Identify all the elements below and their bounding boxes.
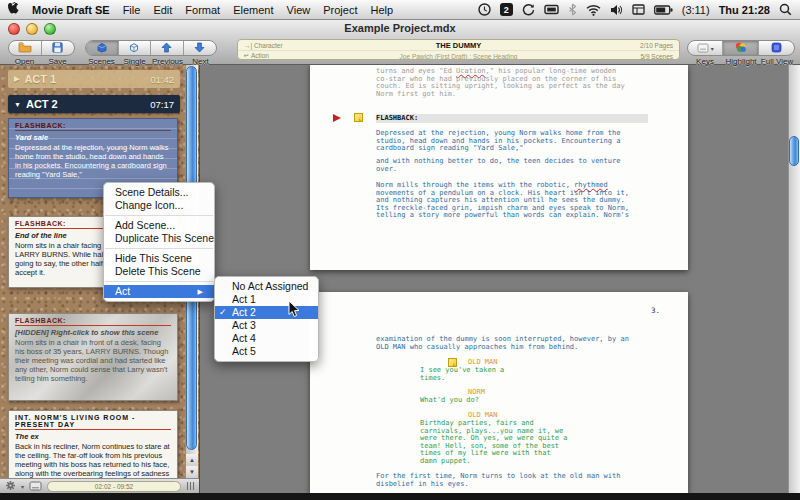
- displays-icon[interactable]: [544, 4, 559, 16]
- battery-time: (3:11): [682, 4, 710, 16]
- open-button[interactable]: [9, 41, 42, 55]
- main-scrollbar-thumb[interactable]: [789, 136, 799, 166]
- menu-edit[interactable]: Edit: [153, 4, 172, 16]
- down-arrow-icon: [194, 40, 205, 56]
- menu-separator: [105, 248, 213, 249]
- act-2-header[interactable]: ▼ ACT 2 07:17: [8, 95, 180, 113]
- highlight-label: Highlight: [721, 57, 761, 66]
- act-1-disclosure-icon[interactable]: ▶: [14, 75, 19, 83]
- menubar-clock[interactable]: Thu 21:28: [719, 4, 770, 16]
- tab-key-hint: →| Character: [244, 42, 436, 49]
- desktop-edge: [0, 493, 800, 500]
- action-paragraph: examination of the dummy is soon interru…: [376, 336, 629, 351]
- submenu-no-act[interactable]: No Act Assigned: [215, 280, 318, 293]
- menu-element[interactable]: Element: [233, 4, 273, 16]
- dialogue: Birthday parties, fairs and carnivals, p…: [420, 420, 568, 465]
- wifi-icon[interactable]: [586, 4, 601, 16]
- previous-scene-button[interactable]: [151, 41, 184, 55]
- main-scrollbar-track[interactable]: [788, 64, 800, 493]
- submenu-arrow-icon: ▶: [198, 285, 203, 298]
- fullview-button[interactable]: [759, 41, 794, 55]
- menu-help[interactable]: Help: [370, 4, 393, 16]
- act-2-disclosure-icon[interactable]: ▼: [14, 101, 21, 108]
- menu-delete-scene[interactable]: Delete This Scene: [104, 265, 214, 278]
- sync-icon[interactable]: [522, 3, 535, 16]
- scene-card-title: Yard sale: [15, 133, 171, 142]
- scenes-count: 5/9 Scenes: [517, 53, 673, 60]
- save-button[interactable]: [42, 41, 75, 55]
- script-title: THE DUMMY: [436, 41, 481, 50]
- checkmark-icon: ✓: [219, 306, 227, 319]
- menu-bar: Movie Draft SE File Edit Format Element …: [0, 0, 800, 20]
- scene-card-hidden[interactable]: FLASHBACK: [HIDDEN] Right-click to show …: [8, 313, 178, 401]
- submenu-act-1[interactable]: Act 1: [215, 293, 318, 306]
- submenu-act-4[interactable]: Act 4: [215, 332, 318, 345]
- scene-card-body: Depressed at the rejection, young Norm w…: [15, 143, 171, 179]
- menu-scene-details[interactable]: Scene Details...: [104, 186, 214, 199]
- pages-count: 2/10 Pages: [481, 42, 673, 49]
- submenu-act-3[interactable]: Act 3: [215, 319, 318, 332]
- action-paragraph: and with nothing better to do, the teen …: [376, 158, 620, 173]
- spotlight-icon[interactable]: [779, 3, 792, 16]
- timeline-range: 02:02 - 09:52: [47, 481, 181, 492]
- script-page-2[interactable]: turns and eyes "Ed Ucation," his popular…: [310, 64, 688, 270]
- scene-card-header: FLASHBACK:: [15, 317, 171, 326]
- bluetooth-icon[interactable]: [568, 3, 577, 16]
- submenu-act-2[interactable]: ✓ Act 2: [215, 306, 318, 319]
- scenes-view-button[interactable]: [86, 41, 119, 55]
- menu-act[interactable]: Act ▶: [104, 285, 214, 298]
- menu-hide-scene[interactable]: Hide This Scene: [104, 252, 214, 265]
- volume-icon[interactable]: [610, 4, 623, 16]
- submenu-act-5[interactable]: Act 5: [215, 345, 318, 358]
- battery-icon[interactable]: [654, 5, 673, 15]
- menu-format[interactable]: Format: [185, 4, 220, 16]
- act-1-name: ACT 1: [24, 73, 56, 85]
- highlight-icon: [734, 40, 747, 56]
- fullview-label: Full View: [757, 57, 797, 66]
- menu-view[interactable]: View: [287, 4, 311, 16]
- resize-lines-icon[interactable]: [186, 477, 195, 493]
- sticky-note-icon[interactable]: [354, 113, 363, 122]
- menu-separator: [105, 281, 213, 282]
- keys-button[interactable]: ▾: [688, 41, 723, 55]
- menu-duplicate-scene[interactable]: Duplicate This Scene: [104, 232, 214, 245]
- single-view-button[interactable]: [119, 41, 152, 55]
- window-manager-icon[interactable]: [632, 4, 645, 15]
- next-scene-button[interactable]: [184, 41, 216, 55]
- scene-card-header: INT. NORM'S LIVING ROOM - PRESENT DAY: [15, 414, 171, 430]
- scene-heading: FLASHBACK:: [376, 114, 648, 123]
- up-arrow-icon: [161, 40, 172, 56]
- open-label: Open: [8, 57, 41, 66]
- scene-marker-flag-icon[interactable]: [333, 114, 341, 122]
- fullview-icon: [771, 40, 782, 56]
- apple-menu-icon[interactable]: [8, 2, 19, 17]
- menu-change-icon[interactable]: Change Icon...: [104, 199, 214, 212]
- scene-card-title: [HIDDEN] Right-click to show this scene: [15, 328, 171, 337]
- mouse-cursor: [288, 300, 300, 322]
- dialogue: I see you've taken a times.: [420, 367, 504, 382]
- menu-project[interactable]: Project: [323, 4, 357, 16]
- act-1-header[interactable]: ▶ ACT 1 01:42: [8, 70, 180, 88]
- card-view-icon[interactable]: [29, 477, 42, 493]
- gear-icon[interactable]: [5, 477, 16, 493]
- dialogue: What'd you do?: [420, 397, 479, 405]
- highlight-button[interactable]: [723, 41, 758, 55]
- gear-dropdown-arrow[interactable]: ▾: [21, 483, 24, 490]
- keys-icon: [697, 40, 709, 56]
- act-submenu: No Act Assigned Act 1 ✓ Act 2 Act 3 Act …: [214, 276, 319, 362]
- menu-file[interactable]: File: [123, 4, 141, 16]
- display-options-group: ▾: [687, 40, 795, 56]
- scroll-up-arrow[interactable]: ▲: [185, 454, 198, 466]
- view-nav-group: [85, 40, 217, 56]
- menu-add-scene[interactable]: Add Scene...: [104, 219, 214, 232]
- clock-status-icon[interactable]: [478, 3, 491, 16]
- action-paragraph: For the first time, Norm turns to look a…: [376, 473, 620, 488]
- menu-app-name[interactable]: Movie Draft SE: [32, 4, 110, 16]
- script-page-3[interactable]: 3. examination of the dummy is soon inte…: [310, 292, 688, 493]
- scene-card-body: Norm sits in a chair in front of a desk,…: [15, 338, 171, 383]
- input-source-icon[interactable]: 2: [500, 3, 513, 16]
- previous-label: Previous: [149, 57, 186, 66]
- act-2-time: 07:17: [150, 99, 174, 110]
- menu-separator: [105, 215, 213, 216]
- sidebar-bottom-bar: ▾ 02:02 - 09:52: [0, 478, 200, 493]
